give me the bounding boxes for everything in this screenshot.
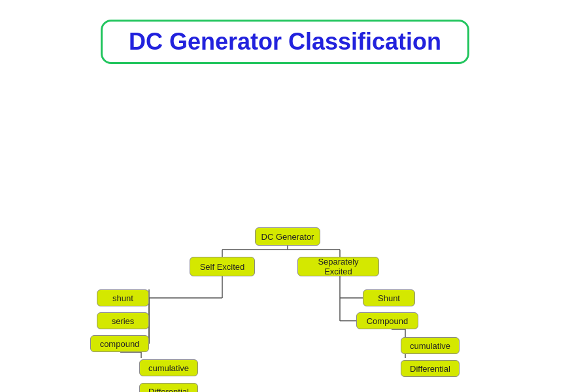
node-shunt-left: shunt (97, 289, 149, 306)
diagram: DC Generator Self Excited Separately Exc… (0, 77, 570, 358)
node-separately-excited: Separately Excited (297, 257, 379, 276)
node-dc-generator: DC Generator (255, 227, 320, 246)
title-container: DC Generator Classification (0, 0, 570, 77)
node-shunt-right: Shunt (363, 289, 415, 306)
node-differential-left: Differential (139, 383, 198, 392)
node-series-left: series (97, 312, 149, 329)
connector-lines (0, 77, 570, 358)
node-compound-right: Compound (356, 312, 418, 329)
node-differential-right: Differential (401, 360, 460, 377)
title-box: DC Generator Classification (101, 20, 469, 64)
node-cumulative-right: cumulative (401, 337, 460, 354)
node-compound-left: compound (90, 335, 149, 352)
node-self-excited: Self Excited (190, 257, 255, 276)
node-cumulative-left: cumulative (139, 359, 198, 376)
page-title: DC Generator Classification (129, 28, 441, 55)
